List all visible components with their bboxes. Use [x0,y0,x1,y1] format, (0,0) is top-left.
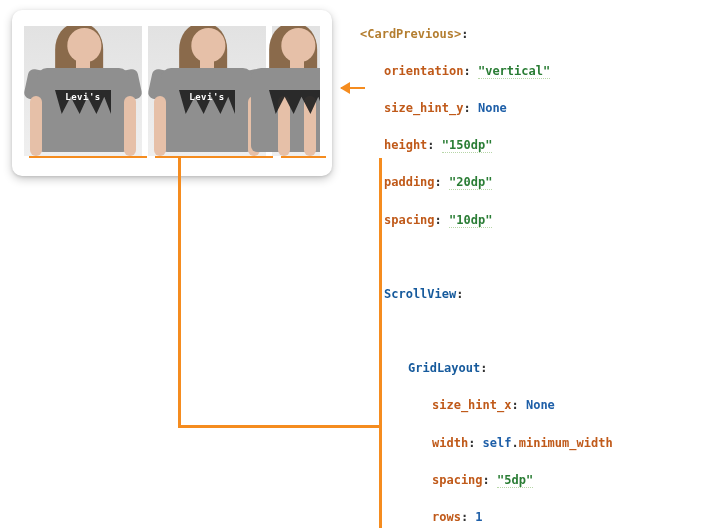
code-tag: <CardPrevious> [360,27,461,41]
code-string: "10dp" [449,213,492,228]
annotation-line [281,156,326,158]
thumbnail-image: Levi's [148,26,266,156]
code-prop: orientation [384,64,463,78]
code-block: <CardPrevious>: orientation: "vertical" … [360,6,700,528]
annotation-line [178,158,181,427]
code-class: ScrollView [384,287,456,301]
code-prop: size_hint_y [384,101,463,115]
code-string: "20dp" [449,175,492,190]
code-prop: spacing [432,473,483,487]
code-number: 1 [475,510,482,524]
thumbnail-row: Levi's Levi's [24,26,320,156]
annotation-line [155,156,273,158]
tshirt-logo-text: Levi's [189,92,225,102]
code-keyword: None [526,398,555,412]
tshirt-logo-text: Levi's [65,92,101,102]
annotation-line [178,425,381,428]
code-prop: spacing [384,213,435,227]
code-prop: rows [432,510,461,524]
annotation-line [29,156,147,158]
code-string: "vertical" [478,64,550,79]
code-prop: padding [384,175,435,189]
thumbnail-image: Levi's [24,26,142,156]
thumbnail-image [272,26,320,156]
code-string: "5dp" [497,473,533,488]
code-keyword: None [478,101,507,115]
code-prop: height [384,138,427,152]
code-class: GridLayout [408,361,480,375]
card-preview: Levi's Levi's [12,10,332,176]
code-prop: size_hint_x [432,398,511,412]
code-string: "150dp" [442,138,493,153]
code-prop: width [432,436,468,450]
